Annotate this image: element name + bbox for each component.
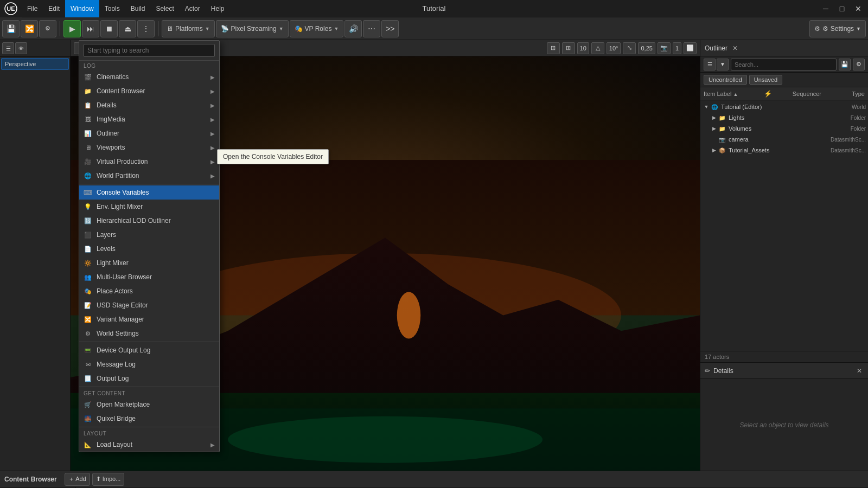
tree-expand-tutorial[interactable]: ▼ xyxy=(703,103,710,111)
toolbar-save-button[interactable]: 💾 xyxy=(2,20,20,37)
vp-roles-dropdown[interactable]: 🎭 VP Roles ▼ xyxy=(290,20,344,37)
menu-variant-manager[interactable]: 🔀 Variant Manager xyxy=(79,312,219,326)
play-button[interactable]: ▶ xyxy=(63,20,81,37)
menu-usd-stage-editor[interactable]: 📝 USD Stage Editor xyxy=(79,298,219,312)
vp-camera-value[interactable]: 1 xyxy=(673,42,681,54)
tree-row-lights[interactable]: ▶ 📁 Lights Folder xyxy=(700,112,868,123)
tree-row-tutorial[interactable]: ▼ 🌐 Tutorial (Editor) World xyxy=(700,101,868,112)
vp-maximize[interactable]: ⬜ xyxy=(684,42,697,54)
tree-expand-assets[interactable]: ▶ xyxy=(710,146,718,154)
variant-manager-label: Variant Manager xyxy=(97,316,144,323)
details-arrow-icon: ▶ xyxy=(210,102,215,108)
menu-actor[interactable]: Actor xyxy=(180,0,206,17)
menu-levels[interactable]: 📄 Levels xyxy=(79,242,219,256)
viewport-mode-button[interactable]: 👁 xyxy=(15,42,27,54)
eject-button[interactable]: ⏏ xyxy=(119,20,136,37)
platforms-dropdown[interactable]: 🖥 Platforms ▼ xyxy=(162,20,215,37)
close-button[interactable]: ✕ xyxy=(851,1,866,16)
menu-tools[interactable]: Tools xyxy=(99,0,125,17)
tree-row-camera[interactable]: ▶ 📷 camera DatasmithSc... xyxy=(700,134,868,145)
outliner-dropdown-button[interactable]: ▼ xyxy=(717,59,729,70)
menu-select[interactable]: Select xyxy=(150,0,179,17)
menu-outliner[interactable]: 📊 Outliner ▶ xyxy=(79,126,219,140)
more-play-options[interactable]: ⋮ xyxy=(137,20,155,37)
menu-imgmedia[interactable]: 🖼 ImgMedia ▶ xyxy=(79,112,219,126)
filter-uncontrolled[interactable]: Uncontrolled xyxy=(704,75,747,85)
menu-output-log[interactable]: 📃 Output Log xyxy=(79,371,219,386)
menu-file[interactable]: File xyxy=(22,0,43,17)
title-bar-controls: ─ □ ✕ xyxy=(818,1,868,16)
more-options-button[interactable]: ⋯ xyxy=(363,20,380,37)
menu-edit[interactable]: Edit xyxy=(43,0,65,17)
menu-open-marketplace[interactable]: 🛒 Open Marketplace xyxy=(79,397,219,412)
menu-message-log[interactable]: ✉ Message Log xyxy=(79,357,219,371)
outliner-save-button[interactable]: 💾 xyxy=(839,59,851,70)
levels-label: Levels xyxy=(97,245,116,253)
menu-details[interactable]: 📋 Details ▶ xyxy=(79,98,219,112)
virtual-production-arrow-icon: ▶ xyxy=(210,159,215,165)
menu-device-output-log[interactable]: 📟 Device Output Log xyxy=(79,343,219,357)
settings-dropdown[interactable]: ⚙ ⚙ Settings ▼ xyxy=(809,20,866,37)
vp-scale-value[interactable]: 0,25 xyxy=(638,42,655,54)
vp-grid-value[interactable]: 10 xyxy=(577,42,589,54)
tree-expand-lights[interactable]: ▶ xyxy=(710,114,718,121)
filter-unsaved[interactable]: Unsaved xyxy=(749,75,782,85)
expand-toolbar-button[interactable]: >> xyxy=(381,20,399,37)
audio-button[interactable]: 🔊 xyxy=(344,20,362,37)
menu-env-light-mixer[interactable]: 💡 Env. Light Mixer xyxy=(79,200,219,214)
cb-add-button[interactable]: ＋ Add xyxy=(65,473,90,486)
menu-window[interactable]: Window xyxy=(65,0,99,17)
tree-row-tutorial-assets[interactable]: ▶ 📦 Tutorial_Assets DatasmithSc... xyxy=(700,145,868,156)
vp-angle-snap[interactable]: △ xyxy=(591,42,604,54)
toolbar-source-control-button[interactable]: 🔀 xyxy=(21,20,38,37)
menu-cinematics[interactable]: 🎬 Cinematics ▶ xyxy=(79,70,219,84)
stop-button[interactable]: ⏹ xyxy=(100,20,118,37)
menu-build[interactable]: Build xyxy=(125,0,151,17)
viewport-type-button[interactable]: ☰ xyxy=(2,42,14,54)
menu-help[interactable]: Help xyxy=(206,0,230,17)
cb-import-button[interactable]: ⬆ Impo... xyxy=(92,473,125,486)
outliner-search-input[interactable] xyxy=(731,59,837,70)
tree-icon-lights: 📁 xyxy=(718,113,726,122)
menu-virtual-production[interactable]: 🎥 Virtual Production ▶ xyxy=(79,155,219,169)
tree-row-volumes[interactable]: ▶ 📁 Volumes Folder xyxy=(700,123,868,134)
vp-grid-button[interactable]: ⊞ xyxy=(547,42,560,54)
outliner-close-button[interactable]: ✕ xyxy=(731,44,739,53)
multi-user-label: Multi-User Browser xyxy=(97,273,152,281)
vp-grid-snap-button[interactable]: ⊞ xyxy=(562,42,575,54)
platforms-label: Platforms xyxy=(175,25,203,33)
tree-icon-volumes: 📁 xyxy=(718,124,726,133)
menu-light-mixer[interactable]: 🔆 Light Mixer xyxy=(79,256,219,270)
details-close-button[interactable]: ✕ xyxy=(855,367,864,375)
outliner-settings-button[interactable]: ⚙ xyxy=(853,59,865,70)
vp-scale-snap[interactable]: ⤡ xyxy=(623,42,636,54)
vp-angle-value[interactable]: 10° xyxy=(607,42,621,54)
menu-load-layout[interactable]: 📐 Load Layout ▶ xyxy=(79,438,219,452)
menu-layers[interactable]: ⬛ Layers xyxy=(79,228,219,242)
menu-viewports[interactable]: 🖥 Viewports ▶ xyxy=(79,140,219,155)
menu-quixel-bridge[interactable]: 🌉 Quixel Bridge xyxy=(79,412,219,426)
step-button[interactable]: ⏭ xyxy=(82,20,99,37)
outliner-filter-button[interactable]: ☰ xyxy=(704,59,716,70)
maximize-button[interactable]: □ xyxy=(834,1,850,16)
vp-camera-speed[interactable]: 📷 xyxy=(658,42,671,54)
perspective-label[interactable]: Perspective xyxy=(1,58,69,70)
menu-search-input[interactable] xyxy=(84,44,215,57)
minimize-button[interactable]: ─ xyxy=(818,1,833,16)
details-empty-text: Select an object to view details xyxy=(739,421,828,429)
outliner-title: Outliner xyxy=(705,44,727,52)
menu-world-settings[interactable]: ⚙ World Settings xyxy=(79,326,219,341)
menu-place-actors[interactable]: 🎭 Place Actors xyxy=(79,284,219,298)
tree-label-volumes: Volumes xyxy=(729,125,822,132)
menu-content-browser[interactable]: 📁 Content Browser ▶ xyxy=(79,84,219,98)
left-sidebar: ☰ 👁 Perspective xyxy=(0,40,71,471)
imgmedia-arrow-icon: ▶ xyxy=(210,117,215,123)
toolbar-settings-button[interactable]: ⚙ xyxy=(39,20,56,37)
menu-multi-user-browser[interactable]: 👥 Multi-User Browser xyxy=(79,270,219,284)
tree-expand-volumes[interactable]: ▶ xyxy=(710,125,718,132)
usd-stage-icon: 📝 xyxy=(84,301,92,310)
menu-hierarchical-lod[interactable]: 🔢 Hierarchical LOD Outliner xyxy=(79,214,219,228)
menu-console-variables[interactable]: ⌨ Console Variables xyxy=(79,185,219,200)
menu-world-partition[interactable]: 🌐 World Partition ▶ xyxy=(79,169,219,183)
pixel-streaming-dropdown[interactable]: 📡 Pixel Streaming ▼ xyxy=(216,20,289,37)
